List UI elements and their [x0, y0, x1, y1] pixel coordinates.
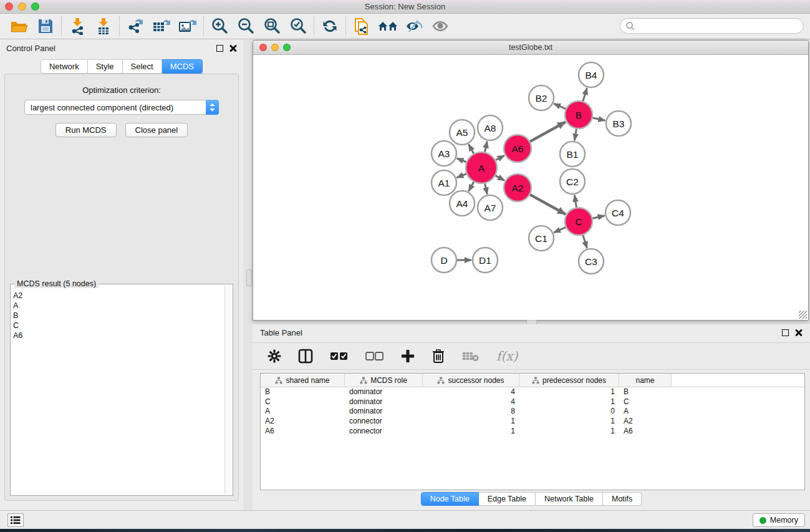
graph-node-A[interactable]: A: [466, 152, 497, 183]
graph-edge-A-A6[interactable]: [495, 155, 504, 160]
network-canvas[interactable]: B4B2BB3A8A5A6A3B1AC2A1A2A4A7C4CC1DD1C3: [253, 55, 808, 320]
graph-edge-C-C4[interactable]: [592, 216, 604, 218]
duplicate-network-icon[interactable]: [349, 16, 375, 37]
graph-edge-A-A1[interactable]: [456, 173, 466, 178]
graph-edge-A-A2[interactable]: [495, 175, 504, 180]
refresh-icon[interactable]: [317, 16, 343, 37]
tab-network-table[interactable]: Network Table: [536, 492, 603, 506]
graph-node-B2[interactable]: B2: [529, 85, 554, 110]
close-panel-icon[interactable]: [229, 44, 237, 52]
zoom-fit-icon[interactable]: [259, 16, 285, 37]
table-close-panel-icon[interactable]: [795, 329, 803, 336]
criterion-dropdown[interactable]: largest connected component (directed): [24, 100, 219, 115]
graph-edge-A-A5[interactable]: [469, 144, 475, 154]
graph-edge-A-A7[interactable]: [485, 183, 487, 194]
export-network-icon[interactable]: [122, 16, 148, 37]
list-item[interactable]: A2: [13, 291, 224, 301]
graph-edge-A-A8[interactable]: [485, 141, 487, 152]
hide-selected-icon[interactable]: [401, 16, 427, 37]
graph-node-B1[interactable]: B1: [560, 142, 585, 167]
graph-node-A8[interactable]: A8: [478, 115, 503, 140]
home-layout-icon[interactable]: [375, 16, 401, 37]
graph-node-C4[interactable]: C4: [605, 200, 630, 225]
import-table-icon[interactable]: [90, 16, 117, 37]
list-item[interactable]: A: [13, 301, 224, 311]
graph-node-A6[interactable]: A6: [504, 135, 531, 162]
tab-style[interactable]: Style: [88, 59, 123, 74]
graph-edge-A-A4[interactable]: [469, 181, 475, 191]
node-table[interactable]: shared nameMCDS rolesuccessor nodesprede…: [260, 373, 805, 490]
graph-edge-B-B3[interactable]: [592, 118, 605, 121]
graph-edge-B-B1[interactable]: [574, 128, 576, 141]
graph-node-B3[interactable]: B3: [606, 111, 631, 136]
zoom-in-icon[interactable]: [206, 16, 233, 37]
search-input[interactable]: [620, 18, 804, 34]
mcds-result-list[interactable]: A2ABCA6: [13, 291, 224, 494]
graph-edge-A-A3[interactable]: [457, 158, 467, 162]
import-network-icon[interactable]: [64, 16, 90, 37]
vertical-splitter-handle[interactable]: [246, 269, 252, 286]
graph-edge-B-B2[interactable]: [554, 104, 566, 109]
export-image-icon[interactable]: [175, 16, 201, 37]
column-manager-icon[interactable]: [298, 349, 313, 364]
graph-node-D1[interactable]: D1: [473, 248, 498, 273]
column-header-name[interactable]: name: [619, 374, 672, 387]
settings-gear-icon[interactable]: [268, 349, 281, 363]
add-column-icon[interactable]: [401, 349, 415, 363]
zoom-selected-icon[interactable]: [285, 16, 311, 37]
table-row[interactable]: A2connector11A2: [261, 417, 804, 427]
table-row[interactable]: Bdominator41B: [261, 387, 804, 397]
graph-node-A5[interactable]: A5: [450, 120, 475, 145]
graph-edge-A6-B[interactable]: [529, 122, 566, 142]
zoom-out-icon[interactable]: [233, 16, 259, 37]
graph-node-C2[interactable]: C2: [560, 169, 585, 194]
column-header-successor-nodes[interactable]: successor nodes: [423, 374, 519, 387]
graph-node-D[interactable]: D: [432, 248, 456, 273]
column-header-shared-name[interactable]: shared name: [261, 374, 345, 387]
run-mcds-button[interactable]: Run MCDS: [55, 123, 117, 137]
tab-motifs[interactable]: Motifs: [603, 492, 642, 506]
column-header-mcds-role[interactable]: MCDS role: [345, 374, 423, 387]
list-item[interactable]: A6: [13, 331, 224, 341]
graph-edge-C-C2[interactable]: [574, 195, 576, 208]
list-item[interactable]: C: [13, 321, 224, 331]
tab-mcds[interactable]: MCDS: [162, 59, 203, 74]
graph-node-A3[interactable]: A3: [432, 141, 456, 166]
save-session-icon[interactable]: [32, 16, 59, 37]
deselect-all-icon[interactable]: [365, 351, 384, 361]
graph-node-A7[interactable]: A7: [478, 195, 503, 220]
resize-grip-icon[interactable]: [799, 311, 807, 319]
graph-node-C[interactable]: C: [565, 208, 592, 235]
graph-edge-B-B4[interactable]: [583, 88, 587, 102]
export-table-icon[interactable]: [148, 16, 175, 37]
table-row[interactable]: Cdominator41C: [261, 397, 804, 407]
show-all-icon[interactable]: [427, 16, 453, 37]
graph-node-B[interactable]: B: [565, 101, 592, 128]
graph-node-A2[interactable]: A2: [504, 174, 531, 201]
table-row[interactable]: A6connector11A6: [261, 427, 804, 437]
graph-node-A4[interactable]: A4: [450, 191, 475, 216]
tab-edge-table[interactable]: Edge Table: [479, 492, 536, 506]
delete-column-icon[interactable]: [432, 349, 445, 364]
graph-edge-C-C3[interactable]: [583, 235, 587, 248]
tab-network[interactable]: Network: [41, 59, 88, 74]
task-history-button[interactable]: [7, 513, 24, 527]
network-window-titlebar[interactable]: testGlobe.txt: [253, 41, 808, 55]
table-row[interactable]: Adominator80A: [261, 407, 804, 417]
list-item[interactable]: B: [13, 311, 224, 321]
column-header-predecessor-nodes[interactable]: predecessor nodes: [519, 374, 619, 387]
graph-node-B4[interactable]: B4: [579, 62, 604, 87]
close-panel-button[interactable]: Close panel: [125, 123, 188, 137]
graph-edge-C-C1[interactable]: [554, 227, 566, 233]
tab-select[interactable]: Select: [123, 59, 162, 74]
graph-node-A1[interactable]: A1: [432, 170, 456, 195]
result-list-scrollbar[interactable]: [224, 285, 232, 495]
memory-button[interactable]: Memory: [753, 513, 805, 527]
graph-node-C3[interactable]: C3: [579, 249, 604, 274]
graph-node-C1[interactable]: C1: [529, 226, 554, 251]
tab-node-table[interactable]: Node Table: [421, 492, 479, 506]
graph-edge-A2-C[interactable]: [529, 195, 566, 215]
table-float-panel-icon[interactable]: [782, 329, 789, 336]
select-all-icon[interactable]: [330, 351, 349, 361]
float-panel-icon[interactable]: [216, 45, 223, 52]
